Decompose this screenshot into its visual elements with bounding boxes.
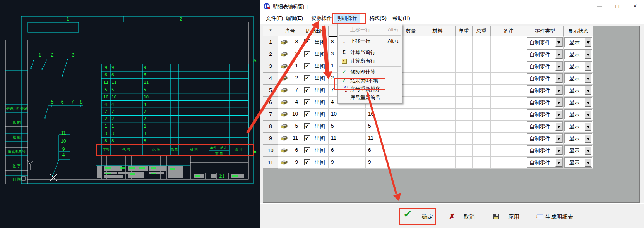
grid-cell-display-state[interactable]: 显示 — [564, 73, 593, 85]
grid-cell-seq[interactable]: 9 — [278, 157, 302, 169]
grid-cell-display-state[interactable]: 显示 — [564, 36, 593, 48]
display-state-combobox[interactable]: 显示 — [564, 121, 592, 131]
display-state-combobox[interactable]: 显示 — [564, 49, 592, 59]
grid-cell-empty[interactable] — [456, 133, 473, 145]
plot-checkbox[interactable]: ✓ — [304, 99, 310, 105]
grid-cell-empty[interactable] — [420, 97, 456, 109]
grid-cell-seq[interactable]: 10 — [278, 109, 302, 121]
grid-cell-code[interactable]: 9 — [329, 157, 366, 169]
grid-cell-seq[interactable]: 6 — [278, 145, 302, 157]
bom-grid[interactable]: *序号是否出图数量材料单重总重备注零件类型显示状态 18✓出图88自制零件显示2… — [263, 26, 640, 203]
part-type-combobox[interactable]: 自制零件 — [527, 157, 563, 168]
grid-cell-empty[interactable] — [420, 157, 456, 169]
grid-row-number[interactable]: 11 — [263, 157, 278, 169]
part-type-combobox[interactable]: 自制零件 — [527, 109, 563, 119]
grid-cell-empty[interactable] — [473, 48, 491, 60]
grid-cell-empty[interactable] — [473, 121, 491, 133]
grid-cell-part-type[interactable]: 自制零件 — [526, 73, 564, 85]
plot-checkbox[interactable]: ✓ — [304, 123, 310, 129]
grid-cell-code[interactable]: 5 — [329, 121, 366, 133]
grid-row[interactable]: 85✓出图55自制零件显示 — [263, 121, 593, 133]
chevron-down-icon[interactable] — [585, 110, 591, 119]
grid-row-number[interactable]: 5 — [263, 85, 278, 97]
grid-row-number[interactable]: 7 — [263, 109, 278, 121]
part-type-combobox[interactable]: 自制零件 — [527, 133, 563, 143]
grid-cell-empty[interactable] — [491, 157, 526, 169]
menu-format[interactable]: 格式(S) — [367, 14, 389, 23]
chevron-down-icon[interactable] — [555, 86, 562, 95]
grid-cell-part-type[interactable]: 自制零件 — [526, 36, 564, 48]
chevron-down-icon[interactable] — [585, 146, 591, 155]
chevron-down-icon[interactable] — [585, 38, 591, 47]
grid-row[interactable]: 18✓出图88自制零件显示 — [263, 36, 593, 48]
plot-checkbox[interactable]: ✓ — [304, 87, 310, 93]
plot-checkbox[interactable]: ✓ — [304, 39, 310, 45]
grid-row-number[interactable]: 9 — [263, 133, 278, 145]
grid-row[interactable]: 42✓出图22自制零件显示 — [263, 73, 593, 85]
part-type-combobox[interactable]: 自制零件 — [527, 73, 563, 83]
grid-cell-name[interactable]: 5 — [366, 121, 402, 133]
grid-row[interactable]: 911✓出图1111自制零件显示 — [263, 133, 593, 145]
grid-cell-display-state[interactable]: 显示 — [564, 60, 593, 73]
grid-cell-plot[interactable]: ✓出图 — [302, 73, 329, 85]
grid-cell-empty[interactable] — [473, 109, 491, 121]
grid-cell-empty[interactable] — [402, 97, 420, 109]
grid-cell-name[interactable]: 9 — [366, 157, 402, 169]
grid-column-header[interactable]: 序号 — [278, 26, 302, 36]
grid-cell-part-type[interactable]: 自制零件 — [526, 85, 564, 97]
grid-cell-plot[interactable]: ✓出图 — [302, 85, 329, 97]
grid-cell-plot[interactable]: ✓出图 — [302, 60, 329, 73]
grid-cell-seq[interactable]: 11 — [278, 133, 302, 145]
chevron-down-icon[interactable] — [555, 74, 562, 83]
part-type-combobox[interactable]: 自制零件 — [527, 97, 563, 107]
grid-cell-plot[interactable]: ✓出图 — [302, 97, 329, 109]
grid-cell-empty[interactable] — [420, 85, 456, 97]
grid-cell-seq[interactable]: 2 — [278, 73, 302, 85]
menu-resource[interactable]: 资源操作 — [308, 14, 335, 23]
grid-row[interactable]: 119✓出图99自制零件显示 — [263, 157, 593, 169]
grid-cell-name[interactable]: 6 — [366, 145, 402, 157]
grid-cell-code[interactable]: 6 — [329, 145, 366, 157]
dialog-titlebar[interactable]: 明细表编辑窗口 — □ ✕ — [260, 0, 644, 12]
cad-canvas[interactable]: 借通用件登记描 图校 验旧底图总号签 字日 期99966611111155510… — [0, 0, 260, 228]
grid-row[interactable]: 57✓出图77自制零件显示 — [263, 85, 593, 97]
grid-cell-empty[interactable] — [456, 121, 473, 133]
grid-cell-empty[interactable] — [420, 133, 456, 145]
grid-row[interactable]: 23✓出图33自制零件显示 — [263, 48, 593, 60]
grid-column-header[interactable]: 显示状态 — [564, 26, 593, 36]
grid-cell-empty[interactable] — [456, 36, 473, 48]
display-state-combobox[interactable]: 显示 — [564, 157, 592, 168]
grid-cell-empty[interactable] — [456, 85, 473, 97]
grid-column-header[interactable]: 备注 — [491, 26, 526, 36]
grid-column-header[interactable]: 是否出图 — [302, 26, 329, 36]
grid-cell-empty[interactable] — [420, 145, 456, 157]
menu-item-arrow-up[interactable]: ↑上移一行Alt+↑ — [338, 26, 402, 34]
chevron-down-icon[interactable] — [585, 122, 591, 131]
part-type-combobox[interactable]: 自制零件 — [527, 49, 563, 59]
display-state-combobox[interactable]: 显示 — [564, 145, 592, 155]
menu-help[interactable]: 帮助(H) — [390, 14, 413, 23]
grid-cell-empty[interactable] — [456, 109, 473, 121]
grid-cell-empty[interactable] — [491, 73, 526, 85]
grid-cell-empty[interactable] — [420, 109, 456, 121]
plot-checkbox[interactable]: ✓ — [304, 75, 310, 81]
grid-row-number[interactable]: 8 — [263, 121, 278, 133]
plot-checkbox[interactable]: ✓ — [304, 135, 310, 141]
grid-cell-seq[interactable]: 1 — [278, 60, 302, 73]
grid-cell-display-state[interactable]: 显示 — [564, 109, 593, 121]
part-type-combobox[interactable]: 自制零件 — [527, 121, 563, 131]
maximize-button[interactable]: □ — [608, 0, 626, 12]
grid-cell-empty[interactable] — [456, 145, 473, 157]
grid-cell-empty[interactable] — [456, 97, 473, 109]
close-button[interactable]: ✕ — [626, 0, 644, 12]
grid-cell-plot[interactable]: ✓出图 — [302, 157, 329, 169]
grid-cell-part-type[interactable]: 自制零件 — [526, 60, 564, 73]
chevron-down-icon[interactable] — [585, 86, 591, 95]
grid-cell-empty[interactable] — [491, 145, 526, 157]
display-state-combobox[interactable]: 显示 — [564, 61, 592, 71]
grid-cell-empty[interactable] — [491, 133, 526, 145]
grid-cell-empty[interactable] — [402, 73, 420, 85]
plot-checkbox[interactable]: ✓ — [304, 63, 310, 69]
grid-cell-part-type[interactable]: 自制零件 — [526, 133, 564, 145]
grid-cell-part-type[interactable]: 自制零件 — [526, 109, 564, 121]
